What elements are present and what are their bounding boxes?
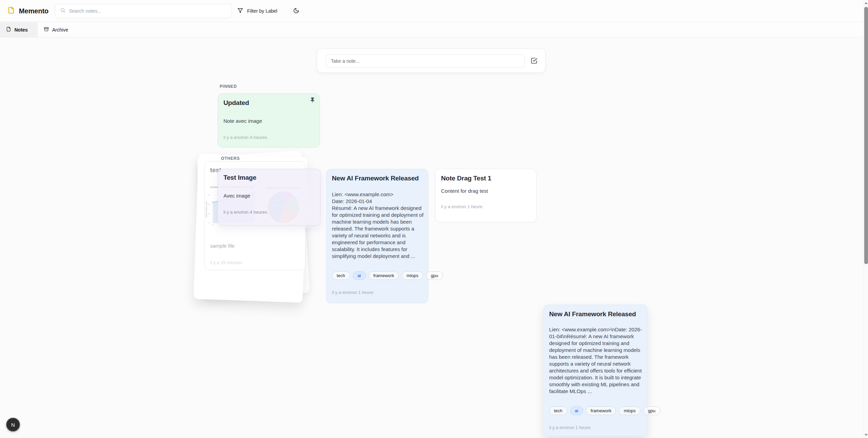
note-body: Lien: <www.example.com> Date: 2026-01-04… — [332, 191, 424, 260]
scroll-up-arrow[interactable] — [864, 1, 868, 5]
file-icon — [6, 27, 11, 33]
funnel-icon — [238, 8, 243, 14]
filter-by-label-button[interactable]: Filter by Label — [235, 5, 280, 17]
search-input[interactable]: Search notes... — [55, 4, 232, 18]
drag-overlay-note-test-image[interactable]: Test Image Avec image il y a environ 4 h… — [218, 169, 321, 226]
note-title: New AI Framework Released — [332, 175, 423, 182]
pinned-section-label: PINNED — [220, 84, 237, 89]
tag-pill-mlops[interactable]: mlops — [402, 271, 423, 280]
tag-pill-tech[interactable]: tech — [332, 271, 350, 280]
checkbox-icon — [531, 57, 537, 65]
note-card-updated[interactable]: Updated Note avec image il y a environ 4… — [218, 93, 320, 147]
note-card-ai-framework[interactable]: New AI Framework Released Lien: <www.exa… — [326, 169, 428, 303]
tag-pill-tech[interactable]: tech — [549, 406, 567, 415]
note-body: Avec image — [223, 192, 250, 199]
note-tags: techaiframeworkmlopsgpu — [332, 271, 443, 280]
dragged-note-card-ai-framework[interactable]: New AI Framework Released Lien: <www.exa… — [543, 305, 647, 436]
pin-icon — [310, 99, 315, 104]
composer-placeholder: Take a note... — [331, 58, 360, 64]
moon-icon — [293, 8, 299, 15]
filter-by-label-text: Filter by Label — [247, 8, 277, 14]
note-timestamp: il y a environ 1 heure — [549, 425, 591, 430]
tab-archive[interactable]: Archive — [38, 22, 74, 37]
take-a-note-input[interactable]: Take a note... — [326, 54, 525, 68]
new-checklist-button[interactable] — [528, 55, 540, 67]
tag-pill-ai[interactable]: ai — [353, 271, 366, 280]
pin-button[interactable] — [310, 97, 315, 104]
tag-pill-gpu[interactable]: gpu — [643, 406, 660, 415]
scroll-down-arrow[interactable] — [864, 433, 868, 437]
note-composer: Take a note... — [317, 49, 545, 73]
note-timestamp: il y a environ 4 heures — [223, 210, 267, 215]
theme-toggle-button[interactable] — [290, 5, 302, 17]
svg-text:60: 60 — [208, 194, 210, 196]
note-title: Updated — [223, 99, 314, 107]
avatar-initial: N — [11, 422, 15, 428]
tag-pill-ai[interactable]: ai — [570, 406, 583, 415]
search-placeholder: Search notes... — [69, 8, 101, 14]
note-title: Test Image — [223, 174, 315, 181]
search-icon — [60, 8, 66, 14]
note-timestamp: il y a environ 1 heure — [332, 290, 373, 295]
tab-notes[interactable]: Notes — [0, 22, 38, 37]
note-body: Lien: <www.example.com>\nDate: 2026-01-0… — [549, 326, 643, 395]
tab-notes-label: Notes — [14, 27, 28, 33]
tag-pill-gpu[interactable]: gpu — [426, 271, 443, 280]
note-body: Note avec image — [223, 118, 314, 125]
svg-text:20: 20 — [208, 213, 210, 215]
note-timestamp: il y a environ 1 heure — [441, 204, 483, 209]
vertical-scrollbar — [864, 0, 868, 438]
tag-pill-framework[interactable]: framework — [369, 271, 399, 280]
tab-bar: Notes Archive — [0, 22, 868, 37]
others-section-label: OTHERS — [221, 156, 240, 161]
svg-text:Chiffre d'affaires (M€): Chiffre d'affaires (M€) — [205, 201, 207, 218]
app-title: Memento — [19, 7, 48, 15]
note-timestamp: il y a 15 minutes — [210, 260, 242, 265]
note-card-drag-test-1[interactable]: Note Drag Test 1 Content for drag test i… — [435, 169, 536, 222]
note-tags: techaiframeworkmlopsgpu — [549, 406, 660, 415]
svg-text:40: 40 — [208, 204, 210, 205]
note-title: Note Drag Test 1 — [441, 175, 531, 182]
user-avatar[interactable]: N — [6, 418, 20, 431]
tag-pill-framework[interactable]: framework — [586, 406, 616, 415]
note-body: sample file — [210, 242, 235, 249]
app-logo: Memento — [8, 6, 48, 16]
tab-archive-label: Archive — [52, 27, 68, 33]
app-header: Memento Search notes... Filter by Label — [0, 0, 868, 22]
tag-pill-mlops[interactable]: mlops — [619, 406, 640, 415]
note-title: New AI Framework Released — [549, 310, 641, 318]
note-timestamp: il y a environ 4 heures — [223, 135, 314, 140]
memento-logo-icon — [8, 6, 15, 16]
archive-icon — [44, 27, 49, 33]
note-body: Content for drag test — [441, 188, 488, 194]
scrollbar-thumb[interactable] — [864, 7, 868, 264]
